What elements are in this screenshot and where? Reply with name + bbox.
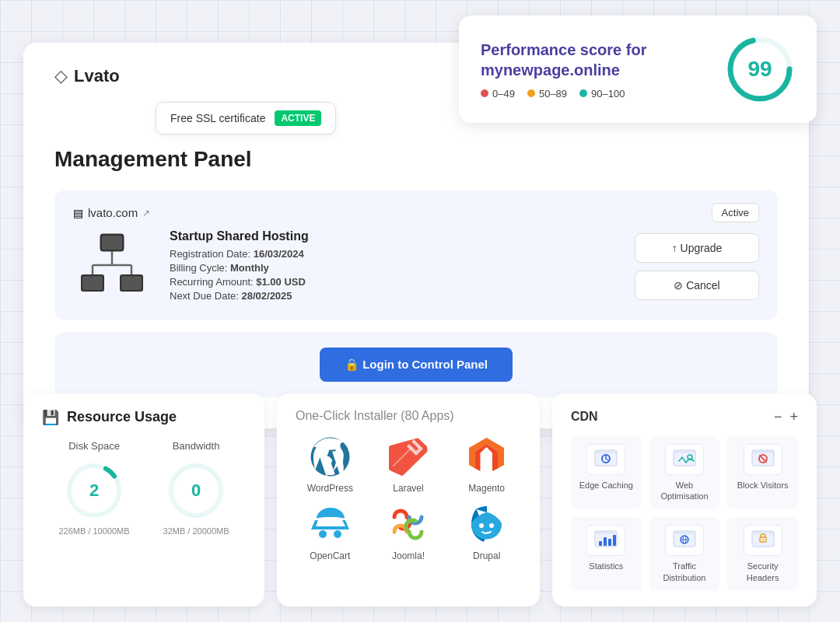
performance-score-value: 99 — [747, 57, 772, 82]
bandwidth-circle: 0 — [165, 460, 227, 522]
web-optimisation-label: Web Optimisation — [656, 480, 714, 502]
cdn-controls: − + — [774, 409, 798, 425]
performance-title: Performance score for mynewpage.online — [481, 40, 646, 80]
resource-usage-card: 💾 Resource Usage Disk Space 2 226MB / 10… — [23, 393, 264, 606]
drupal-icon — [465, 503, 508, 546]
svg-rect-30 — [753, 451, 775, 453]
cdn-item-edge-caching[interactable]: Edge Caching — [571, 436, 642, 510]
hosting-card: ▤ lvato.com ↗ Active Startup Shared Ho — [54, 190, 778, 320]
edge-caching-icon — [586, 444, 625, 475]
resource-gauges: Disk Space 2 226MB / 10000MB Bandwidth — [42, 440, 246, 536]
legend-dot-low — [481, 89, 488, 97]
app-laravel[interactable]: Laravel — [374, 435, 443, 494]
hosting-icon — [73, 230, 151, 303]
cdn-item-statistics[interactable]: Statistics — [571, 517, 642, 591]
svg-rect-11 — [121, 276, 142, 290]
statistics-icon — [586, 525, 625, 556]
svg-rect-3 — [102, 236, 122, 250]
svg-rect-40 — [674, 532, 696, 534]
bandwidth-sub: 32MB / 20000MB — [163, 526, 229, 536]
security-headers-icon — [744, 525, 782, 556]
wordpress-label: WordPress — [296, 483, 365, 494]
login-panel: 🔒 Login to Control Panel — [54, 332, 778, 397]
hosting-actions: ↑ Upgrade ⊘ Cancel — [635, 233, 759, 300]
drupal-label: Drupal — [452, 550, 521, 561]
magento-icon — [465, 435, 508, 478]
cdn-plus-button[interactable]: + — [789, 409, 798, 425]
security-headers-label: Security Headers — [733, 561, 792, 583]
joomla-label: Joomla! — [374, 550, 443, 561]
hosting-registration: Registration Date: 16/03/2024 — [170, 248, 616, 260]
domain-text: lvato.com — [88, 206, 138, 219]
legend-low: 0–49 — [481, 88, 515, 100]
legend-dot-mid — [527, 89, 535, 97]
svg-rect-35 — [599, 541, 602, 546]
app-drupal[interactable]: Drupal — [452, 503, 521, 561]
cdn-item-block-visitors[interactable]: Block Visitors — [727, 436, 798, 510]
block-visitors-icon — [744, 444, 782, 475]
traffic-distribution-label: Traffic Distribution — [656, 561, 714, 583]
hosting-due: Next Due Date: 28/02/2025 — [170, 290, 616, 302]
hdd-icon: 💾 — [42, 409, 59, 426]
legend-dot-high — [579, 89, 587, 97]
cdn-grid: Edge Caching Web Optimisation — [571, 436, 798, 591]
cancel-button[interactable]: ⊘ Cancel — [635, 271, 759, 300]
opencart-label: OpenCart — [296, 550, 365, 561]
performance-legend: 0–49 50–89 90–100 — [481, 88, 646, 100]
logo-text: Lvato — [74, 66, 120, 86]
cdn-item-traffic-distribution[interactable]: Traffic Distribution — [649, 517, 720, 591]
ssl-label: Free SSL certificate — [170, 112, 265, 124]
app-wordpress[interactable]: WordPress — [296, 435, 365, 494]
app-joomla[interactable]: Joomla! — [374, 503, 443, 561]
cdn-item-web-optimisation[interactable]: Web Optimisation — [649, 436, 720, 510]
cdn-minus-button[interactable]: − — [774, 409, 782, 425]
bandwidth-label: Bandwidth — [163, 440, 229, 452]
resource-title: 💾 Resource Usage — [42, 409, 246, 426]
edge-caching-label: Edge Caching — [577, 480, 635, 491]
installer-card: One-Click Installer (80 Apps) WordPress — [277, 393, 540, 606]
legend-label-low: 0–49 — [492, 88, 515, 100]
svg-rect-38 — [613, 535, 616, 546]
svg-point-16 — [319, 530, 327, 538]
legend-label-high: 90–100 — [591, 88, 625, 100]
performance-card: Performance score for mynewpage.online 0… — [459, 16, 817, 123]
hosting-name: Startup Shared Hosting — [170, 229, 616, 243]
ssl-status: ACTIVE — [275, 110, 321, 126]
cdn-title: CDN — [571, 410, 598, 424]
domain-icon: ▤ — [73, 207, 83, 219]
diamond-icon: ◇ — [54, 66, 68, 86]
wordpress-icon — [309, 435, 352, 478]
statistics-label: Statistics — [577, 561, 635, 571]
apps-grid: WordPress Laravel — [296, 435, 521, 561]
ssl-badge: Free SSL certificate ACTIVE — [156, 102, 336, 135]
svg-rect-36 — [604, 537, 607, 546]
svg-point-47 — [762, 539, 764, 540]
svg-point-18 — [479, 523, 484, 528]
disk-label: Disk Space — [58, 440, 129, 452]
web-optimisation-icon — [665, 444, 704, 475]
legend-label-mid: 50–89 — [539, 88, 567, 100]
panel-title: Management Panel — [54, 147, 778, 172]
installer-title: One-Click Installer (80 Apps) — [296, 409, 521, 423]
upgrade-button[interactable]: ↑ Upgrade — [635, 233, 759, 263]
hosting-status: Active — [712, 203, 759, 222]
bandwidth-gauge: Bandwidth 0 32MB / 20000MB — [163, 440, 229, 536]
disk-gauge: Disk Space 2 226MB / 10000MB — [58, 440, 129, 536]
svg-rect-26 — [674, 451, 696, 453]
app-opencart[interactable]: OpenCart — [296, 503, 365, 561]
cdn-item-security-headers[interactable]: Security Headers — [727, 517, 798, 591]
cdn-header: CDN − + — [571, 409, 798, 425]
login-button[interactable]: 🔒 Login to Control Panel — [320, 348, 513, 382]
joomla-icon — [387, 503, 429, 546]
legend-mid: 50–89 — [527, 88, 567, 100]
performance-text: Performance score for mynewpage.online 0… — [481, 40, 646, 100]
disk-sub: 226MB / 10000MB — [58, 526, 129, 536]
svg-point-17 — [334, 530, 341, 538]
svg-rect-21 — [596, 451, 618, 453]
traffic-distribution-icon — [665, 525, 704, 556]
svg-point-19 — [489, 523, 494, 528]
opencart-icon — [309, 503, 352, 546]
hosting-amount: Recurring Amount: $1.00 USD — [170, 276, 616, 288]
app-magento[interactable]: Magento — [452, 435, 521, 494]
cdn-card: CDN − + Edge Caching — [552, 393, 817, 606]
